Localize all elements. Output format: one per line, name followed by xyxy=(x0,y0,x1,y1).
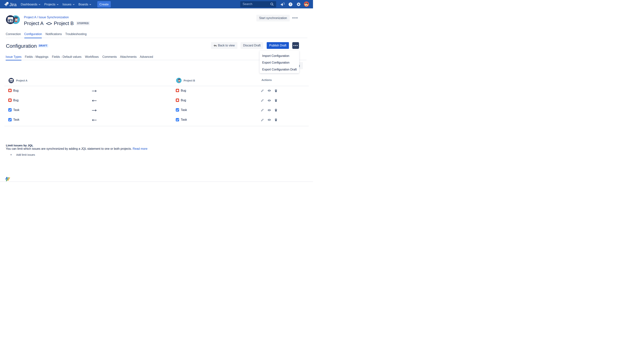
svg-text:?: ? xyxy=(290,3,291,6)
